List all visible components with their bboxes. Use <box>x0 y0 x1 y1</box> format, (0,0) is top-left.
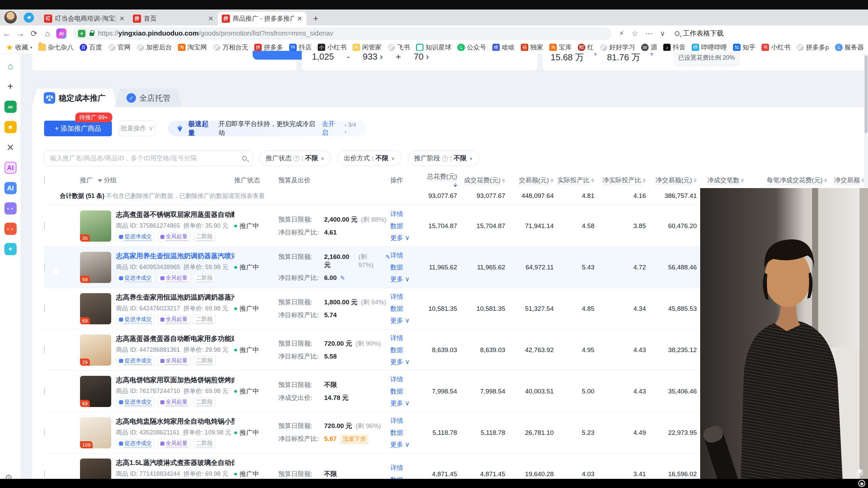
tag-promote-net-deal[interactable]: 促进净成交 <box>116 356 155 366</box>
more-link[interactable]: 更多 ∨ <box>390 233 422 242</box>
tab-full-store-hosting[interactable]: ✓ 全店托管 <box>115 89 182 107</box>
budget-value[interactable]: 2,400.00 元 <box>324 215 357 224</box>
budget-value[interactable]: 720.00 元 <box>324 339 352 348</box>
tag-global-boost[interactable]: 全局起量 <box>157 356 191 366</box>
product-image[interactable]: 29 <box>80 334 111 366</box>
browser-tab[interactable]: 拼 商品推广 - 拼多多推广平台 ✕ <box>218 12 307 25</box>
product-image[interactable]: 69 <box>80 293 111 324</box>
numeric-column-header[interactable]: 交易额(元) <box>509 176 557 185</box>
detail-link[interactable]: 详情 <box>390 334 422 343</box>
sort-icon[interactable] <box>693 178 697 183</box>
tag-global-boost[interactable]: 全局起量 <box>157 273 191 283</box>
forward-icon[interactable]: → <box>14 29 27 38</box>
add-promo-product-button[interactable]: + 添加推广商品 <box>44 121 112 136</box>
product-title[interactable]: 志高煮蛋器不锈钢双层家用蒸蛋器自动断电蒸... <box>116 210 234 219</box>
row-checkbox[interactable] <box>44 305 45 312</box>
more-menu-icon[interactable]: ⋯ <box>646 29 653 38</box>
detail-link[interactable]: 详情 <box>390 416 422 425</box>
detail-link[interactable]: 详情 <box>390 464 422 472</box>
product-title[interactable]: 志高电炖盅隔水炖家用全自动电炖锅小型陶瓷... <box>116 417 234 426</box>
product-title[interactable]: 志高电饼铛家用双面加热烙饼锅煎饼烤肉加深... <box>116 375 234 385</box>
budget-value[interactable]: 不限 <box>324 381 337 389</box>
product-title[interactable]: 志高家用养生壶恒温泡奶调奶器蒸汽喷淋... ✎ <box>116 251 234 261</box>
sort-icon[interactable] <box>454 183 457 187</box>
tag-stage-two[interactable]: 二阶段 <box>193 315 216 324</box>
data-link[interactable]: 数据 <box>390 387 422 396</box>
data-link[interactable]: 数据 <box>390 222 422 230</box>
tag-stage-two[interactable]: 二阶段 <box>193 356 216 366</box>
tag-promote-net-deal[interactable]: 促进净成交 <box>116 232 155 242</box>
row-checkbox[interactable] <box>44 346 45 354</box>
flash-icon[interactable]: ⚡ <box>619 29 624 38</box>
sort-icon[interactable] <box>502 178 505 183</box>
bookmark-item[interactable]: ★ 收藏 ▾ <box>3 42 35 53</box>
sidebar-app-icon[interactable]: ⌂ <box>4 60 17 72</box>
budget-value[interactable]: 1,800.00 元 <box>324 298 357 307</box>
product-image[interactable]: 59 <box>80 252 111 283</box>
product-title[interactable]: 志高养生壶家用恒温泡奶温奶调奶器蒸汽喷淋... <box>116 293 234 302</box>
sidebar-app-icon[interactable] <box>4 223 17 235</box>
data-link[interactable]: 数据 <box>390 475 422 479</box>
more-link[interactable]: 更多 ∨ <box>390 316 422 325</box>
data-link[interactable]: 数据 <box>390 304 422 313</box>
home-icon[interactable]: ⌂ <box>41 29 54 38</box>
col-promo[interactable]: 推广 <box>80 177 93 184</box>
tab-close-icon[interactable]: ✕ <box>119 15 125 23</box>
scrollbar-thumb[interactable] <box>865 55 868 133</box>
product-title[interactable]: 志高蒸蛋器煮蛋器自动断电家用多功能鸡蛋定... <box>116 334 234 343</box>
sort-icon[interactable] <box>741 178 744 183</box>
sidebar-app-icon[interactable]: ∞ <box>4 101 17 113</box>
back-icon[interactable]: ← <box>0 29 14 38</box>
more-link[interactable]: 更多 ∨ <box>390 275 422 284</box>
more-link[interactable]: 更多 ∨ <box>390 399 422 408</box>
detail-link[interactable]: 详情 <box>390 210 422 219</box>
data-link[interactable]: 数据 <box>390 346 422 354</box>
tag-promote-net-deal[interactable]: 促进净成交 <box>116 273 155 283</box>
profile-avatar[interactable] <box>4 11 17 24</box>
bookmark-star-icon[interactable]: ☆ <box>632 29 638 38</box>
recorder-stop-icon[interactable]: ◉ <box>858 480 865 487</box>
filter-dropdown[interactable]: 推广阶段 ? : 不限 ∨ <box>408 150 479 166</box>
sidebar-app-icon[interactable]: + <box>4 243 17 255</box>
banner-open-link[interactable]: 去开启 <box>322 120 340 137</box>
search-input[interactable]: 输入推广名/商品名/商品ID，多个ID用空格/逗号分隔 <box>44 150 253 166</box>
tag-stage-two[interactable]: 二阶段 <box>193 273 216 283</box>
product-image[interactable]: 109 <box>80 417 111 448</box>
numeric-column-header[interactable]: 总花费(元) <box>422 172 460 188</box>
tag-global-boost[interactable]: 全局起量 <box>157 398 191 407</box>
budget-value[interactable]: 不限 <box>324 470 337 479</box>
tab-close-icon[interactable]: ✕ <box>297 15 302 23</box>
row-checkbox[interactable] <box>44 263 45 271</box>
sidebar-app-icon[interactable] <box>4 202 17 215</box>
data-link[interactable]: 数据 <box>390 263 422 272</box>
telegram-icon[interactable] <box>24 13 34 23</box>
numeric-column-header[interactable]: 实际投产比 <box>557 176 598 185</box>
sidebar-app-icon[interactable]: AI <box>4 162 17 174</box>
edit-pencil-icon[interactable]: ✎ <box>386 253 390 261</box>
batch-operations-button[interactable]: 批量操作 ∨ <box>119 121 155 136</box>
data-link[interactable]: 数据 <box>390 428 422 437</box>
extension-icon[interactable]: + <box>78 30 85 37</box>
row-checkbox[interactable] <box>44 222 45 230</box>
budget-value[interactable]: 2,160.00 元 <box>324 253 355 269</box>
sidebar-app-icon[interactable]: + <box>4 80 17 93</box>
sidebar-app-icon[interactable]: ✕ <box>4 141 17 154</box>
reload-icon[interactable]: ⟳ <box>27 29 41 38</box>
roi-value[interactable]: 14.78 元 <box>324 393 349 402</box>
numeric-column-header[interactable]: 净实际投产比 <box>598 176 649 185</box>
more-link[interactable]: 更多 ∨ <box>390 358 422 366</box>
tag-stage-two[interactable]: 二阶段 <box>193 439 216 448</box>
tag-global-boost[interactable]: 全局起量 <box>157 439 191 448</box>
numeric-column-header[interactable]: 每笔净成交花费(元) <box>748 176 831 185</box>
browser-tab[interactable]: 叮 叮当会电商培训-淘宝天猫拼多 ✕ <box>40 12 129 25</box>
tag-stage-two[interactable]: 二阶段 <box>193 398 216 407</box>
roi-value[interactable]: 5.87 <box>324 435 337 443</box>
more-link[interactable]: 更多 ∨ <box>390 440 422 449</box>
product-title[interactable]: 志高1.5L蒸汽喷淋式煮茶器玻璃全自动保温电热... <box>116 458 234 467</box>
sort-icon[interactable] <box>591 178 594 183</box>
ai-extension-icon[interactable]: AI <box>56 28 66 39</box>
numeric-column-header[interactable]: 净交易额 <box>831 176 868 185</box>
product-image[interactable]: 69 <box>80 459 111 479</box>
detail-link[interactable]: 详情 <box>390 375 422 384</box>
tag-promote-net-deal[interactable]: 促进净成交 <box>116 439 155 448</box>
